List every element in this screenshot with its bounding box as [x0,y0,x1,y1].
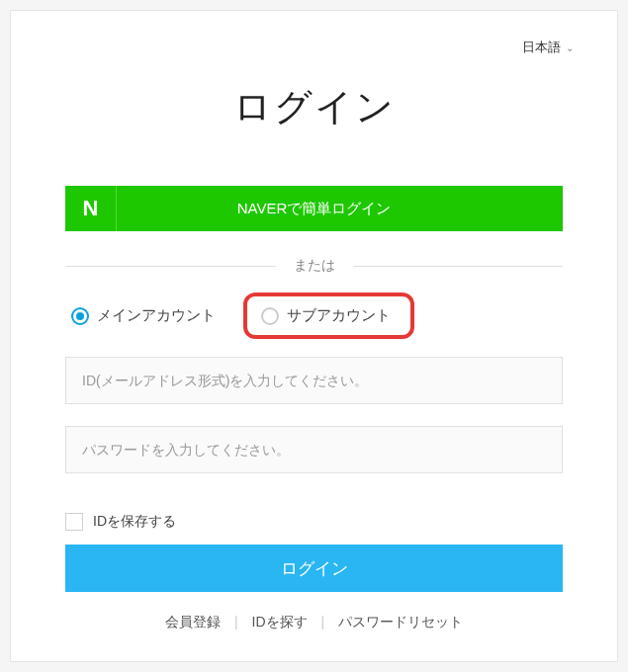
signup-link[interactable]: 会員登録 [165,614,221,630]
footer-links: 会員登録 | IDを探す | パスワードリセット [65,614,563,631]
password-input[interactable] [65,426,563,473]
naver-login-button[interactable]: N NAVERで簡単ログイン [65,186,563,231]
sub-account-highlight: サブアカウント [243,293,414,339]
save-id-checkbox[interactable]: IDを保存する [65,513,563,531]
sub-account-radio[interactable]: サブアカウント [255,302,397,329]
find-id-link[interactable]: IDを探す [252,614,308,630]
language-selector[interactable]: 日本語 ⌄ [522,39,574,56]
radio-unchecked-icon [261,307,279,325]
separator: または [65,257,563,275]
sub-account-label: サブアカウント [287,306,391,325]
radio-checked-icon [71,307,89,325]
main-account-label: メインアカウント [97,306,216,325]
id-input[interactable] [65,357,563,404]
checkbox-unchecked-icon [65,513,83,531]
login-card: 日本語 ⌄ ログイン N NAVERで簡単ログイン または メインアカウント サ… [10,10,618,662]
chevron-down-icon: ⌄ [566,42,574,53]
naver-logo-icon: N [65,186,117,231]
separator-label: または [276,257,353,275]
save-id-label: IDを保存する [93,513,176,531]
reset-password-link[interactable]: パスワードリセット [338,614,463,630]
login-button[interactable]: ログイン [65,545,563,592]
language-label: 日本語 [522,39,561,56]
link-divider: | [320,614,324,630]
naver-login-label: NAVERで簡単ログイン [117,200,563,218]
account-type-radios: メインアカウント サブアカウント [65,293,563,339]
link-divider: | [234,614,238,630]
page-title: ログイン [65,82,563,132]
main-account-radio[interactable]: メインアカウント [65,302,222,329]
